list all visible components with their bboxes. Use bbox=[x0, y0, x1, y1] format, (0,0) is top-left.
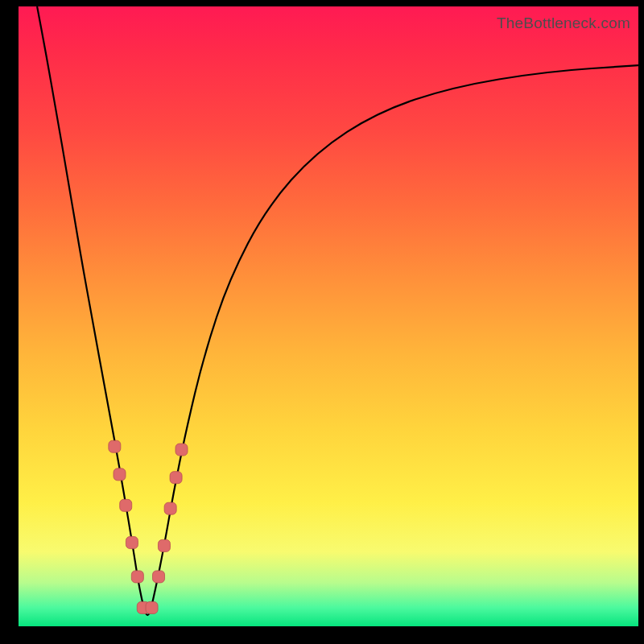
highlighted-marker bbox=[109, 440, 121, 452]
highlighted-marker bbox=[131, 571, 143, 583]
chart-frame: TheBottleneck.com bbox=[0, 0, 644, 644]
plot-area: TheBottleneck.com bbox=[19, 6, 638, 626]
highlighted-markers-group bbox=[109, 440, 188, 613]
highlighted-marker bbox=[158, 539, 170, 551]
bottleneck-chart bbox=[19, 6, 638, 626]
watermark-text: TheBottleneck.com bbox=[497, 14, 630, 32]
highlighted-marker bbox=[175, 444, 188, 456]
highlighted-marker bbox=[146, 601, 158, 613]
highlighted-marker bbox=[153, 571, 165, 583]
highlighted-marker bbox=[114, 469, 126, 481]
highlighted-marker bbox=[164, 502, 176, 514]
bottleneck-curve-line bbox=[37, 6, 638, 615]
highlighted-marker bbox=[170, 472, 182, 484]
highlighted-marker bbox=[120, 499, 132, 511]
highlighted-marker bbox=[126, 537, 138, 549]
